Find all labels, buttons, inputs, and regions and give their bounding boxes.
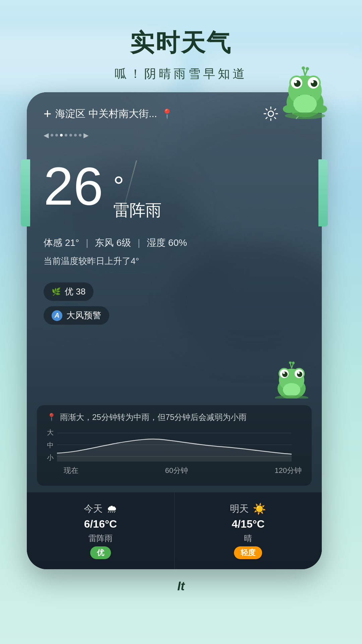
today-quality-badge: 优	[90, 546, 111, 559]
svg-point-17	[285, 112, 325, 119]
svg-point-31	[289, 362, 292, 364]
app-title: 实时天气	[0, 27, 362, 59]
nav-dot-7[interactable]	[79, 134, 81, 137]
time-label-now: 现在	[64, 466, 78, 476]
time-label-60: 60分钟	[165, 466, 188, 476]
frog-bottom-decoration	[272, 362, 312, 398]
detail-row: 体感 21° | 东风 6级 | 湿度 60%	[44, 234, 305, 251]
tomorrow-weather-icon: ☀️	[253, 502, 266, 515]
svg-point-16	[315, 105, 327, 113]
nav-dot-5[interactable]	[69, 134, 72, 137]
svg-line-32	[292, 364, 293, 368]
weather-description: 雷阵雨	[113, 200, 162, 221]
forecast-tomorrow: 明天 ☀️ 4/15°C 晴 轻度	[175, 492, 322, 569]
location-pin-icon: 📍	[161, 108, 173, 119]
weather-details: 体感 21° | 东风 6级 | 湿度 60% 当前温度较昨日上升了4°	[27, 228, 322, 276]
today-weather-icon: 🌧	[107, 503, 117, 515]
phone-screen: + 海淀区 中关村南大街... 📍	[27, 92, 322, 569]
svg-point-26	[297, 372, 302, 377]
today-desc: 雷阵雨	[34, 533, 168, 544]
location-name: 海淀区 中关村南大街...	[55, 107, 157, 121]
svg-point-13	[306, 67, 309, 70]
add-location-button[interactable]: +	[44, 106, 51, 121]
nav-dots: ◀ ▶	[27, 131, 322, 139]
svg-point-29	[283, 383, 300, 396]
forecast-cards: 今天 🌧 6/16°C 雷阵雨 优 明天 ☀️ 4/15°C 晴 轻度	[27, 492, 322, 569]
svg-point-15	[283, 105, 295, 113]
nav-dot-6[interactable]	[74, 134, 77, 137]
rain-time-labels: 现在 60分钟 120分钟	[64, 466, 302, 476]
temp-compare: 当前温度较昨日上升了4°	[44, 253, 305, 269]
leaf-icon: 🌿	[52, 287, 61, 296]
rain-label-small: 小	[47, 453, 54, 462]
alert-icon: A	[52, 310, 62, 321]
tomorrow-label: 明天	[230, 502, 249, 515]
svg-point-27	[283, 372, 285, 374]
humidity: 湿度 60%	[147, 234, 187, 251]
temperature-row: 26 ° 雷阵雨	[44, 159, 305, 221]
degree-symbol: °	[113, 173, 162, 200]
nav-arrow-right: ▶	[83, 131, 88, 139]
warning-badge[interactable]: A 大风预警	[44, 306, 109, 325]
svg-point-18	[268, 111, 274, 116]
svg-point-34	[275, 395, 308, 398]
temperature-value: 26	[44, 159, 103, 213]
rain-chart	[47, 428, 302, 463]
svg-point-25	[282, 372, 288, 377]
rain-label-mid: 中	[47, 441, 54, 450]
aqi-badge[interactable]: 🌿 优 38	[44, 282, 94, 301]
settings-button[interactable]	[263, 106, 279, 122]
today-label: 今天	[84, 502, 103, 515]
forecast-today: 今天 🌧 6/16°C 雷阵雨 优	[27, 492, 175, 569]
today-row: 今天 🌧	[34, 502, 168, 515]
tomorrow-desc: 晴	[181, 533, 315, 544]
wind: 东风 6级	[95, 234, 131, 251]
svg-point-9	[311, 80, 314, 83]
rain-label-big: 大	[47, 428, 54, 437]
aqi-label: 优 38	[65, 286, 85, 298]
main-weather: 26 ° 雷阵雨	[27, 139, 322, 228]
rain-y-labels: 大 中 小	[47, 428, 54, 462]
time-label-120: 120分钟	[275, 466, 302, 476]
nav-dot-2[interactable]	[55, 134, 58, 137]
svg-point-11	[302, 66, 305, 70]
separator-1: |	[86, 234, 88, 251]
separator-2: |	[138, 234, 140, 251]
top-bar: + 海淀区 中关村南大街... 📍	[27, 92, 322, 128]
rain-forecast-title: 📍 雨渐大，25分钟转为中雨，但75分钟后会减弱为小雨	[47, 412, 302, 423]
nav-dot-3[interactable]	[60, 134, 63, 137]
svg-point-33	[292, 362, 295, 364]
bottom-bar: It	[0, 569, 362, 603]
rain-chart-svg	[47, 428, 302, 462]
svg-point-14	[293, 95, 317, 113]
rain-forecast-section: 📍 雨渐大，25分钟转为中雨，但75分钟后会减弱为小雨 大 中 小	[37, 405, 312, 486]
phone-mockup: + 海淀区 中关村南大街... 📍	[27, 92, 322, 569]
rain-forecast-desc: 雨渐大，25分钟转为中雨，但75分钟后会减弱为小雨	[60, 412, 247, 423]
tomorrow-quality-badge: 轻度	[234, 546, 262, 559]
nav-arrow-left: ◀	[44, 131, 49, 139]
phone-content: + 海淀区 中关村南大街... 📍	[27, 92, 322, 569]
weather-right: ° 雷阵雨	[113, 159, 162, 221]
warning-label: 大风预警	[66, 310, 101, 321]
rain-chart-area: 大 中 小	[47, 428, 302, 476]
frog-top-decoration	[278, 65, 332, 119]
app-name-label: It	[177, 579, 185, 593]
nav-dot-4[interactable]	[65, 134, 67, 137]
tomorrow-temp: 4/15°C	[181, 518, 315, 530]
nav-dot-1[interactable]	[51, 134, 53, 137]
location-area[interactable]: + 海淀区 中关村南大街... 📍	[44, 106, 173, 121]
tomorrow-row: 明天 ☀️	[181, 502, 315, 515]
weather-badges: 🌿 优 38 A 大风预警	[27, 276, 322, 331]
svg-point-8	[294, 80, 297, 83]
svg-point-28	[298, 372, 300, 374]
today-temp: 6/16°C	[34, 518, 168, 530]
rain-pin-icon: 📍	[47, 413, 56, 422]
feels-like: 体感 21°	[44, 234, 79, 251]
